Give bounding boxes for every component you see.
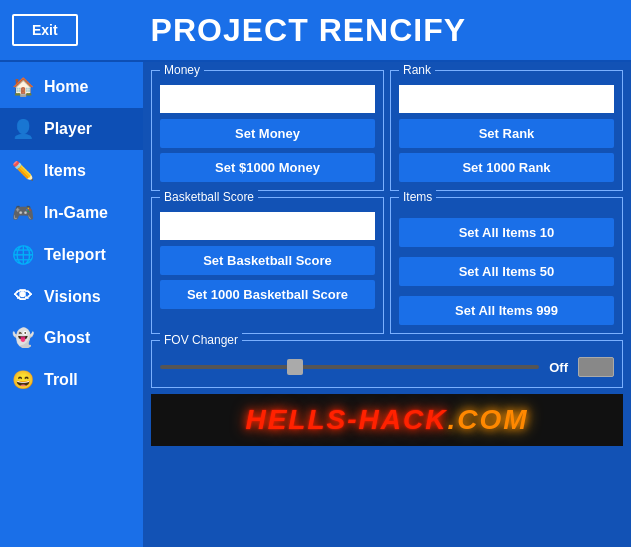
troll-icon: 😄 xyxy=(12,369,34,391)
sidebar-item-ghost[interactable]: 👻 Ghost xyxy=(0,317,143,359)
content-area: Money Set Money Set $1000 Money Rank Set… xyxy=(143,62,631,547)
money-panel: Money Set Money Set $1000 Money xyxy=(151,70,384,191)
set-basketball-button[interactable]: Set Basketball Score xyxy=(160,246,375,275)
fov-off-label: Off xyxy=(549,360,568,375)
fov-panel: FOV Changer Off xyxy=(151,340,623,388)
fov-toggle[interactable] xyxy=(578,357,614,377)
app-title: PROJECT RENCIFY xyxy=(78,12,539,49)
ghost-icon: 👻 xyxy=(12,327,34,349)
rank-input[interactable] xyxy=(399,85,614,113)
set-all-items-50-button[interactable]: Set All Items 50 xyxy=(399,257,614,286)
items-panel: Items Set All Items 10 Set All Items 50 … xyxy=(390,197,623,334)
sidebar-item-label: Player xyxy=(44,120,92,138)
items-legend: Items xyxy=(399,190,436,204)
items-icon: ✏️ xyxy=(12,160,34,182)
set-1000-basketball-button[interactable]: Set 1000 Basketball Score xyxy=(160,280,375,309)
row-basketball-items: Basketball Score Set Basketball Score Se… xyxy=(151,197,623,334)
basketball-legend: Basketball Score xyxy=(160,190,258,204)
set-all-items-999-button[interactable]: Set All Items 999 xyxy=(399,296,614,325)
set-rank-button[interactable]: Set Rank xyxy=(399,119,614,148)
sidebar-item-label: Items xyxy=(44,162,86,180)
fov-slider[interactable] xyxy=(160,365,539,369)
sidebar-item-items[interactable]: ✏️ Items xyxy=(0,150,143,192)
rank-panel: Rank Set Rank Set 1000 Rank xyxy=(390,70,623,191)
home-icon: 🏠 xyxy=(12,76,34,98)
items-buttons: Set All Items 10 Set All Items 50 Set Al… xyxy=(399,218,614,325)
set-1000-rank-button[interactable]: Set 1000 Rank xyxy=(399,153,614,182)
sidebar-item-teleport[interactable]: 🌐 Teleport xyxy=(0,234,143,276)
basketball-input[interactable] xyxy=(160,212,375,240)
money-input[interactable] xyxy=(160,85,375,113)
sidebar-item-visions[interactable]: 👁 Visions xyxy=(0,276,143,317)
money-legend: Money xyxy=(160,63,204,77)
set-all-items-10-button[interactable]: Set All Items 10 xyxy=(399,218,614,247)
hells-hack-text: HELLS-HACK.COM xyxy=(245,404,528,436)
ingame-icon: 🎮 xyxy=(12,202,34,224)
basketball-panel: Basketball Score Set Basketball Score Se… xyxy=(151,197,384,334)
fov-legend: FOV Changer xyxy=(160,333,242,347)
sidebar-item-label: Ghost xyxy=(44,329,90,347)
sidebar-item-label: Visions xyxy=(44,288,101,306)
set-1000-money-button[interactable]: Set $1000 Money xyxy=(160,153,375,182)
header: Exit PROJECT RENCIFY xyxy=(0,0,631,62)
rank-legend: Rank xyxy=(399,63,435,77)
sidebar-item-label: Troll xyxy=(44,371,78,389)
sidebar-item-ingame[interactable]: 🎮 In-Game xyxy=(0,192,143,234)
visions-icon: 👁 xyxy=(12,286,34,307)
sidebar-item-player[interactable]: 👤 Player xyxy=(0,108,143,150)
set-money-button[interactable]: Set Money xyxy=(160,119,375,148)
exit-button[interactable]: Exit xyxy=(12,14,78,46)
main-layout: 🏠 Home 👤 Player ✏️ Items 🎮 In-Game 🌐 Tel… xyxy=(0,62,631,547)
sidebar-item-troll[interactable]: 😄 Troll xyxy=(0,359,143,401)
footer-banner: HELLS-HACK.COM xyxy=(151,394,623,446)
fov-row: Off xyxy=(160,357,614,377)
row-money-rank: Money Set Money Set $1000 Money Rank Set… xyxy=(151,70,623,191)
sidebar: 🏠 Home 👤 Player ✏️ Items 🎮 In-Game 🌐 Tel… xyxy=(0,62,143,547)
player-icon: 👤 xyxy=(12,118,34,140)
sidebar-item-label: Teleport xyxy=(44,246,106,264)
sidebar-item-label: Home xyxy=(44,78,88,96)
sidebar-item-home[interactable]: 🏠 Home xyxy=(0,66,143,108)
teleport-icon: 🌐 xyxy=(12,244,34,266)
sidebar-item-label: In-Game xyxy=(44,204,108,222)
